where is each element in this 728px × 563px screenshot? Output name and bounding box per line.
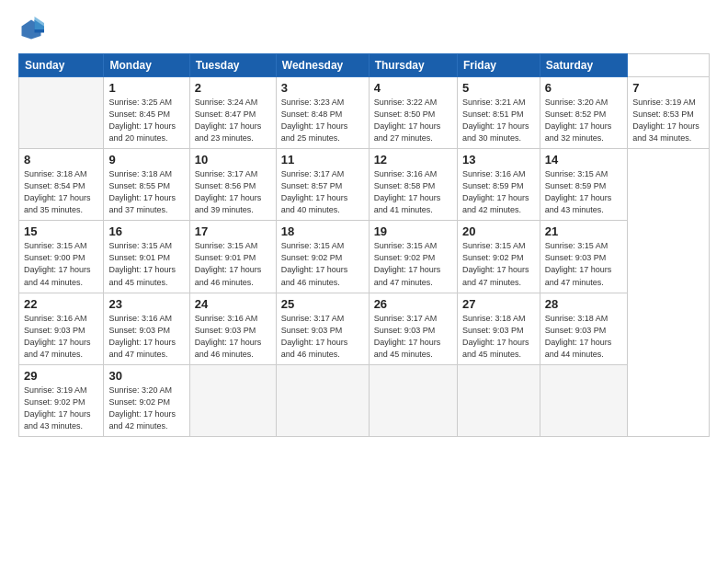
day-info: Sunrise: 3:15 AMSunset: 9:01 PMDaylight:… (108, 240, 184, 288)
col-header-wednesday: Wednesday (276, 54, 369, 77)
calendar-cell: 5 Sunrise: 3:21 AMSunset: 8:51 PMDayligh… (457, 77, 540, 149)
day-info: Sunrise: 3:15 AMSunset: 9:00 PMDaylight:… (24, 240, 98, 288)
day-number: 7 (632, 81, 704, 95)
svg-marker-2 (35, 17, 45, 29)
day-info: Sunrise: 3:23 AMSunset: 8:48 PMDaylight:… (281, 97, 364, 144)
day-number: 3 (281, 81, 364, 95)
calendar-cell: 22 Sunrise: 3:16 AMSunset: 9:03 PMDaylig… (19, 293, 104, 364)
calendar-cell: 23 Sunrise: 3:16 AMSunset: 9:03 PMDaylig… (104, 293, 189, 364)
day-number: 13 (462, 153, 535, 167)
day-info: Sunrise: 3:18 AMSunset: 9:03 PMDaylight:… (462, 313, 535, 361)
day-number: 10 (195, 153, 271, 167)
calendar-week-row: 15 Sunrise: 3:15 AMSunset: 9:00 PMDaylig… (19, 221, 710, 293)
calendar-header-row: SundayMondayTuesdayWednesdayThursdayFrid… (19, 54, 710, 77)
calendar-week-row: 22 Sunrise: 3:16 AMSunset: 9:03 PMDaylig… (19, 293, 710, 364)
day-number: 29 (24, 369, 98, 383)
calendar-cell (540, 364, 627, 436)
calendar-cell: 29 Sunrise: 3:19 AMSunset: 9:02 PMDaylig… (19, 364, 104, 436)
calendar-cell: 18 Sunrise: 3:15 AMSunset: 9:02 PMDaylig… (276, 221, 369, 293)
col-header-thursday: Thursday (369, 54, 457, 77)
col-header-tuesday: Tuesday (189, 54, 276, 77)
day-info: Sunrise: 3:16 AMSunset: 8:59 PMDaylight:… (462, 168, 535, 216)
day-info: Sunrise: 3:15 AMSunset: 9:02 PMDaylight:… (462, 240, 535, 288)
calendar-cell: 10 Sunrise: 3:17 AMSunset: 8:56 PMDaylig… (189, 149, 276, 221)
day-number: 1 (108, 81, 184, 95)
logo (18, 17, 48, 42)
day-number: 25 (281, 297, 364, 311)
calendar-cell: 19 Sunrise: 3:15 AMSunset: 9:02 PMDaylig… (369, 221, 457, 293)
calendar-cell (457, 364, 540, 436)
calendar-cell (369, 364, 457, 436)
calendar-cell: 11 Sunrise: 3:17 AMSunset: 8:57 PMDaylig… (276, 149, 369, 221)
day-number: 27 (462, 297, 535, 311)
day-number: 9 (108, 153, 184, 167)
calendar-cell: 17 Sunrise: 3:15 AMSunset: 9:01 PMDaylig… (189, 221, 276, 293)
day-number: 24 (195, 297, 271, 311)
day-number: 20 (462, 224, 535, 238)
calendar-cell (276, 364, 369, 436)
day-number: 2 (195, 81, 271, 95)
day-number: 19 (374, 224, 452, 238)
calendar-cell: 13 Sunrise: 3:16 AMSunset: 8:59 PMDaylig… (457, 149, 540, 221)
day-info: Sunrise: 3:21 AMSunset: 8:51 PMDaylight:… (462, 97, 535, 144)
header (18, 17, 710, 42)
calendar-cell: 27 Sunrise: 3:18 AMSunset: 9:03 PMDaylig… (457, 293, 540, 364)
calendar-cell (189, 364, 276, 436)
calendar-cell: 16 Sunrise: 3:15 AMSunset: 9:01 PMDaylig… (104, 221, 189, 293)
day-number: 4 (374, 81, 452, 95)
day-info: Sunrise: 3:15 AMSunset: 9:02 PMDaylight:… (374, 240, 452, 288)
day-info: Sunrise: 3:15 AMSunset: 9:01 PMDaylight:… (195, 240, 271, 288)
day-info: Sunrise: 3:17 AMSunset: 8:57 PMDaylight:… (281, 168, 364, 216)
day-info: Sunrise: 3:15 AMSunset: 9:03 PMDaylight:… (545, 240, 622, 288)
col-header-friday: Friday (457, 54, 540, 77)
day-info: Sunrise: 3:16 AMSunset: 8:58 PMDaylight:… (374, 168, 452, 216)
day-info: Sunrise: 3:19 AMSunset: 9:02 PMDaylight:… (24, 385, 98, 432)
day-number: 23 (108, 297, 184, 311)
day-info: Sunrise: 3:20 AMSunset: 9:02 PMDaylight:… (108, 385, 184, 432)
day-info: Sunrise: 3:17 AMSunset: 8:56 PMDaylight:… (195, 168, 271, 216)
day-number: 16 (108, 224, 184, 238)
calendar-cell: 9 Sunrise: 3:18 AMSunset: 8:55 PMDayligh… (104, 149, 189, 221)
day-info: Sunrise: 3:22 AMSunset: 8:50 PMDaylight:… (374, 97, 452, 144)
day-number: 5 (462, 81, 535, 95)
calendar-cell: 4 Sunrise: 3:22 AMSunset: 8:50 PMDayligh… (369, 77, 457, 149)
day-number: 26 (374, 297, 452, 311)
day-number: 18 (281, 224, 364, 238)
calendar-cell: 20 Sunrise: 3:15 AMSunset: 9:02 PMDaylig… (457, 221, 540, 293)
calendar-cell: 21 Sunrise: 3:15 AMSunset: 9:03 PMDaylig… (540, 221, 627, 293)
day-info: Sunrise: 3:25 AMSunset: 8:45 PMDaylight:… (108, 97, 184, 144)
calendar-cell: 26 Sunrise: 3:17 AMSunset: 9:03 PMDaylig… (369, 293, 457, 364)
day-number: 28 (545, 297, 622, 311)
day-number: 11 (281, 153, 364, 167)
day-info: Sunrise: 3:17 AMSunset: 9:03 PMDaylight:… (281, 313, 364, 361)
day-info: Sunrise: 3:15 AMSunset: 8:59 PMDaylight:… (545, 168, 622, 216)
day-info: Sunrise: 3:18 AMSunset: 8:55 PMDaylight:… (108, 168, 184, 216)
calendar-cell (19, 77, 104, 149)
day-number: 30 (108, 369, 184, 383)
day-number: 22 (24, 297, 98, 311)
day-info: Sunrise: 3:16 AMSunset: 9:03 PMDaylight:… (195, 313, 271, 361)
calendar-cell: 28 Sunrise: 3:18 AMSunset: 9:03 PMDaylig… (540, 293, 627, 364)
calendar-cell: 1 Sunrise: 3:25 AMSunset: 8:45 PMDayligh… (104, 77, 189, 149)
calendar-cell: 8 Sunrise: 3:18 AMSunset: 8:54 PMDayligh… (19, 149, 104, 221)
day-number: 6 (545, 81, 622, 95)
day-info: Sunrise: 3:17 AMSunset: 9:03 PMDaylight:… (374, 313, 452, 361)
calendar-week-row: 29 Sunrise: 3:19 AMSunset: 9:02 PMDaylig… (19, 364, 710, 436)
calendar-week-row: 1 Sunrise: 3:25 AMSunset: 8:45 PMDayligh… (19, 77, 710, 149)
calendar-table: SundayMondayTuesdayWednesdayThursdayFrid… (18, 53, 710, 437)
page: SundayMondayTuesdayWednesdayThursdayFrid… (0, 0, 728, 563)
calendar-cell: 24 Sunrise: 3:16 AMSunset: 9:03 PMDaylig… (189, 293, 276, 364)
calendar-cell: 30 Sunrise: 3:20 AMSunset: 9:02 PMDaylig… (104, 364, 189, 436)
day-number: 12 (374, 153, 452, 167)
day-number: 15 (24, 224, 98, 238)
day-number: 17 (195, 224, 271, 238)
calendar-cell: 15 Sunrise: 3:15 AMSunset: 9:00 PMDaylig… (19, 221, 104, 293)
col-header-monday: Monday (104, 54, 189, 77)
day-number: 8 (24, 153, 98, 167)
day-info: Sunrise: 3:24 AMSunset: 8:47 PMDaylight:… (195, 97, 271, 144)
day-info: Sunrise: 3:16 AMSunset: 9:03 PMDaylight:… (24, 313, 98, 361)
logo-icon (18, 17, 44, 42)
calendar-cell: 3 Sunrise: 3:23 AMSunset: 8:48 PMDayligh… (276, 77, 369, 149)
calendar-cell: 14 Sunrise: 3:15 AMSunset: 8:59 PMDaylig… (540, 149, 627, 221)
col-header-sunday: Sunday (19, 54, 104, 77)
